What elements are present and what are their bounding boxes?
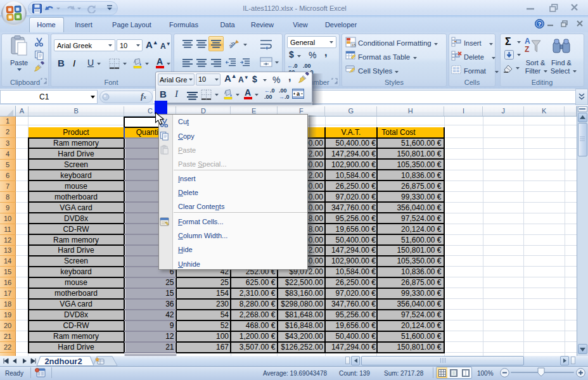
svg-text:Z: Z	[525, 45, 529, 54]
svg-text:?: ?	[538, 21, 542, 27]
svg-text:15: 15	[352, 43, 356, 47]
svg-text:A: A	[525, 37, 530, 46]
svg-text:ab: ab	[228, 41, 236, 49]
